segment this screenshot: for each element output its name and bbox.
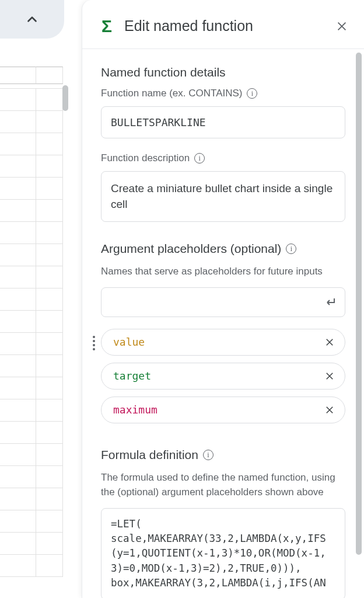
function-name-input[interactable] (101, 106, 345, 138)
formula-helper-text: The formula used to define the named fun… (101, 470, 345, 500)
close-icon (324, 337, 335, 347)
close-icon (335, 20, 348, 33)
drag-handle-icon[interactable] (90, 336, 97, 350)
spreadsheet-grid[interactable] (0, 67, 63, 577)
info-icon[interactable]: i (203, 450, 214, 460)
panel-title: Edit named function (124, 18, 324, 34)
chevron-up-icon (24, 12, 40, 27)
function-name-label: Function name (ex. CONTAINS) i (101, 88, 345, 99)
function-desc-label-text: Function description (101, 152, 190, 164)
enter-icon (323, 295, 337, 309)
named-function-panel: Σ Edit named function Named function det… (82, 0, 364, 598)
new-argument-input[interactable] (101, 287, 345, 317)
argument-chip-label: maximum (113, 404, 158, 416)
argument-chip[interactable]: target (101, 363, 345, 390)
sigma-icon: Σ (99, 18, 115, 34)
formula-section-title: Formula definition (101, 448, 198, 462)
panel-body: Named function details Function name (ex… (82, 49, 364, 598)
remove-argument-button[interactable] (323, 403, 337, 417)
argument-chip-label: target (113, 370, 151, 382)
close-icon (324, 405, 335, 415)
argument-chip-label: value (113, 336, 145, 348)
argument-chip[interactable]: maximum (101, 397, 345, 423)
info-icon[interactable]: i (286, 244, 296, 254)
details-section-title: Named function details (101, 65, 345, 79)
function-name-label-text: Function name (ex. CONTAINS) (101, 88, 242, 99)
args-section-title: Argument placeholders (optional) (101, 242, 281, 256)
close-icon (324, 371, 335, 381)
grid-vertical-scrollbar[interactable] (62, 85, 68, 111)
remove-argument-button[interactable] (323, 335, 337, 349)
function-desc-label: Function description i (101, 152, 345, 164)
remove-argument-button[interactable] (323, 369, 337, 383)
panel-header: Σ Edit named function (82, 0, 364, 49)
args-section-title-row: Argument placeholders (optional) i (101, 242, 345, 256)
spreadsheet-background (0, 0, 82, 598)
argument-chip[interactable]: value (101, 329, 345, 356)
info-icon[interactable]: i (194, 153, 205, 164)
info-icon[interactable]: i (247, 88, 257, 99)
formula-section-title-row: Formula definition i (101, 448, 345, 462)
function-desc-input[interactable]: Create a miniature bullet chart inside a… (101, 171, 345, 222)
collapse-toolbar[interactable] (0, 0, 64, 39)
formula-input[interactable]: =LET( scale,MAKEARRAY(33,2,LAMBDA(x,y,IF… (101, 508, 345, 598)
args-helper-text: Names that serve as placeholders for fut… (101, 264, 345, 279)
panel-vertical-scrollbar[interactable] (356, 53, 362, 555)
close-button[interactable] (334, 18, 350, 34)
